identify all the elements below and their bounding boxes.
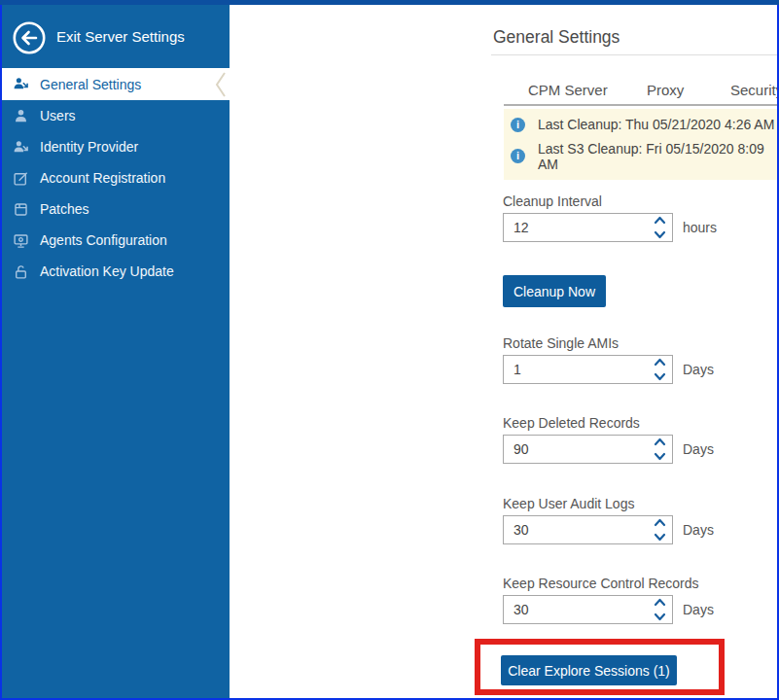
field-unit: Days <box>683 522 714 538</box>
sidebar-item-label: Patches <box>40 201 89 217</box>
keep-user-audit-logs-input[interactable] <box>503 515 673 544</box>
info-icon: i <box>511 149 525 163</box>
tab-security[interactable]: Security <box>730 82 779 98</box>
field-cleanup-interval: Cleanup Interval hours <box>503 193 717 242</box>
spinner-down-icon[interactable] <box>654 372 666 381</box>
spinner-down-icon[interactable] <box>654 452 666 461</box>
sidebar-menu: General Settings Users <box>0 68 230 287</box>
field-keep-resource-control-records: Keep Resource Control Records Days <box>503 576 714 624</box>
field-unit: Days <box>683 362 714 377</box>
field-label: Keep Deleted Records <box>503 415 714 431</box>
server-settings-window: Exit Server Settings General Settings <box>0 0 779 700</box>
sidebar-item-identity-provider[interactable]: Identity Provider <box>0 131 230 162</box>
unlock-icon <box>13 263 29 280</box>
spinner-up-icon[interactable] <box>654 358 666 367</box>
spinner-up-icon[interactable] <box>654 216 666 225</box>
sidebar: Exit Server Settings General Settings <box>0 0 230 700</box>
tab-cpm-server[interactable]: CPM Server <box>528 82 608 98</box>
sidebar-item-activation-key-update[interactable]: Activation Key Update <box>0 256 230 287</box>
sidebar-item-label: Users <box>40 108 76 123</box>
sidebar-item-label: General Settings <box>40 77 141 92</box>
number-stepper[interactable] <box>654 518 667 542</box>
exit-server-settings[interactable]: Exit Server Settings <box>0 5 230 68</box>
sidebar-item-patches[interactable]: Patches <box>0 193 230 225</box>
rotate-single-amis-input[interactable] <box>503 355 673 384</box>
rotate-single-amis-value[interactable] <box>504 356 672 383</box>
field-unit: Days <box>683 602 714 617</box>
page-title: General Settings <box>493 27 620 48</box>
spinner-up-icon[interactable] <box>654 518 666 527</box>
keep-resource-control-records-value[interactable] <box>504 596 672 623</box>
field-keep-user-audit-logs: Keep User Audit Logs Days <box>503 496 714 544</box>
keep-deleted-records-input[interactable] <box>503 435 673 464</box>
cleanup-notices: i Last Cleanup: Thu 05/21/2020 4:26 AM i… <box>504 109 777 180</box>
users-arrow-icon <box>13 76 29 92</box>
field-keep-deleted-records: Keep Deleted Records Days <box>503 415 714 464</box>
user-icon <box>13 108 29 124</box>
users-arrow-icon <box>13 139 29 156</box>
sidebar-item-general-settings[interactable]: General Settings <box>0 68 230 100</box>
keep-deleted-records-value[interactable] <box>504 436 672 463</box>
field-unit: Days <box>683 441 714 457</box>
agent-monitor-icon <box>13 232 29 249</box>
field-label: Cleanup Interval <box>503 193 717 209</box>
number-stepper[interactable] <box>654 598 667 621</box>
sidebar-item-users[interactable]: Users <box>0 100 230 131</box>
field-rotate-single-amis: Rotate Single AMIs Days <box>503 335 714 384</box>
title-divider <box>491 54 777 55</box>
number-stepper[interactable] <box>654 438 667 461</box>
field-label: Keep User Audit Logs <box>503 496 714 511</box>
cleanup-now-button[interactable]: Cleanup Now <box>503 275 606 307</box>
sidebar-item-label: Agents Configuration <box>40 232 167 248</box>
keep-user-audit-logs-value[interactable] <box>504 516 672 543</box>
package-icon <box>13 201 29 218</box>
field-label: Rotate Single AMIs <box>503 335 714 351</box>
sidebar-item-label: Account Registration <box>40 170 165 186</box>
field-label: Keep Resource Control Records <box>503 576 714 591</box>
notice-text: Last Cleanup: Thu 05/21/2020 4:26 AM <box>538 117 774 132</box>
info-icon: i <box>511 118 525 132</box>
last-cleanup-notice: i Last Cleanup: Thu 05/21/2020 4:26 AM <box>504 117 777 132</box>
keep-resource-control-records-input[interactable] <box>503 595 673 624</box>
top-accent-bar <box>0 0 779 5</box>
cleanup-interval-input[interactable] <box>503 213 673 242</box>
selected-item-notch-icon <box>215 72 227 97</box>
back-arrow-icon[interactable] <box>12 20 47 55</box>
spinner-up-icon[interactable] <box>654 438 666 446</box>
sidebar-item-label: Identity Provider <box>40 139 138 155</box>
tab-proxy[interactable]: Proxy <box>647 82 684 98</box>
exit-label: Exit Server Settings <box>56 5 185 68</box>
spinner-up-icon[interactable] <box>654 598 666 607</box>
cleanup-interval-value[interactable] <box>504 214 672 241</box>
spinner-down-icon[interactable] <box>654 612 666 621</box>
field-unit: hours <box>683 220 717 235</box>
spinner-down-icon[interactable] <box>654 533 666 542</box>
notice-text: Last S3 Cleanup: Fri 05/15/2020 8:09 AM <box>538 141 777 172</box>
edit-icon <box>13 170 29 187</box>
sidebar-item-label: Activation Key Update <box>40 263 174 279</box>
sidebar-item-agents-configuration[interactable]: Agents Configuration <box>0 225 230 256</box>
last-s3-cleanup-notice: i Last S3 Cleanup: Fri 05/15/2020 8:09 A… <box>504 141 777 172</box>
sidebar-item-account-registration[interactable]: Account Registration <box>0 162 230 193</box>
number-stepper[interactable] <box>654 216 667 239</box>
spinner-down-icon[interactable] <box>654 230 666 239</box>
number-stepper[interactable] <box>654 358 667 381</box>
tabs-divider <box>504 104 777 106</box>
clear-explore-sessions-button[interactable]: Clear Explore Sessions (1) <box>501 655 677 685</box>
